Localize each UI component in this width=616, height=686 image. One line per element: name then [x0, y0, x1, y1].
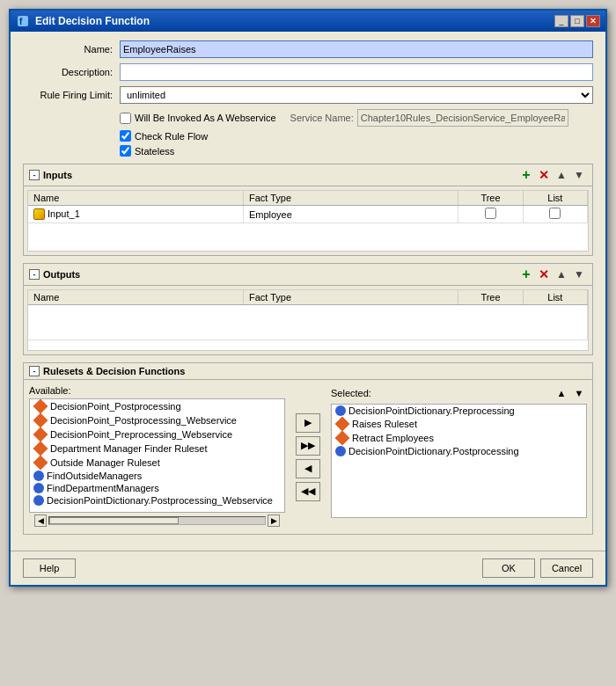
- selected-icon-0: [335, 405, 346, 416]
- selected-icon-1: [335, 417, 350, 432]
- selected-icon-2: [335, 431, 350, 446]
- rulesets-expand-button[interactable]: -: [29, 366, 40, 376]
- inputs-up-button[interactable]: ▲: [554, 167, 569, 183]
- footer-right: OK Cancel: [482, 558, 593, 578]
- outputs-up-button[interactable]: ▲: [554, 266, 569, 282]
- transfer-buttons: ▶ ▶▶ ◀ ◀◀: [292, 385, 324, 529]
- list-item-1[interactable]: DecisionPoint_Postprocessing_Webservice: [30, 413, 284, 427]
- help-button[interactable]: Help: [23, 558, 76, 578]
- description-input[interactable]: [120, 63, 593, 81]
- outputs-col-tree: Tree: [458, 290, 523, 305]
- available-list[interactable]: DecisionPoint_Postprocessing DecisionPoi…: [29, 398, 285, 513]
- stateless-checkbox[interactable]: [120, 145, 131, 157]
- outputs-col-fact-type: Fact Type: [243, 290, 458, 305]
- rulesets-body: Available: DecisionPoint_Postprocessing …: [24, 380, 592, 534]
- outputs-section-header: - Outputs + ✕ ▲ ▼: [24, 264, 592, 286]
- inputs-table: Name Fact Type Tree List Input_1: [28, 191, 588, 223]
- minimize-button[interactable]: _: [554, 15, 568, 27]
- check-rule-flow-label: Check Rule Flow: [135, 131, 208, 142]
- selected-header: Selected: ▲ ▼: [331, 385, 587, 401]
- inputs-title-group: - Inputs: [29, 170, 72, 180]
- inputs-table-container: Name Fact Type Tree List Input_1: [27, 190, 589, 252]
- scroll-right-arrow[interactable]: ▶: [268, 514, 280, 527]
- item-icon-5: [33, 471, 44, 481]
- name-row: Name:: [23, 40, 593, 58]
- stateless-row: Stateless: [120, 145, 593, 157]
- rule-firing-label: Rule Firing Limit:: [23, 90, 120, 100]
- inputs-cell-name: Input_1: [28, 206, 243, 223]
- inputs-section-header: - Inputs + ✕ ▲ ▼: [24, 164, 592, 186]
- list-item-0[interactable]: DecisionPoint_Postprocessing: [30, 399, 284, 413]
- name-label: Name:: [23, 44, 120, 55]
- cancel-button[interactable]: Cancel: [540, 558, 593, 578]
- list-item-2[interactable]: DecisionPoint_Preprocessing_Webservice: [30, 427, 284, 442]
- inputs-col-name: Name: [28, 191, 243, 206]
- move-left-button[interactable]: ◀: [296, 459, 320, 478]
- title-bar: f Edit Decision Function _ □ ✕: [11, 11, 605, 32]
- item-icon-7: [33, 495, 44, 506]
- selected-list[interactable]: DecisionPointDictionary.Preprocessing Ra…: [331, 404, 587, 518]
- item-icon-6: [33, 483, 44, 493]
- outputs-title-group: - Outputs: [29, 269, 80, 280]
- list-item-5[interactable]: FindOutsideManagers: [30, 470, 284, 482]
- close-button[interactable]: ✕: [586, 15, 600, 27]
- service-name-group: Service Name:: [290, 109, 568, 127]
- inputs-list-checkbox[interactable]: [549, 208, 561, 219]
- inputs-row[interactable]: Input_1 Employee: [28, 206, 588, 223]
- inputs-cell-list[interactable]: [523, 206, 587, 223]
- rulesets-section: - Rulesets & Decision Functions Availabl…: [23, 362, 593, 535]
- outputs-remove-button[interactable]: ✕: [536, 266, 552, 282]
- rule-firing-select[interactable]: unlimited 1 10 100: [120, 86, 593, 104]
- selected-down-button[interactable]: ▼: [571, 385, 587, 401]
- description-label: Description:: [23, 67, 120, 77]
- selected-item-0[interactable]: DecisionPointDictionary.Preprocessing: [332, 405, 586, 417]
- move-all-right-button[interactable]: ▶▶: [296, 436, 320, 456]
- service-name-input[interactable]: [357, 109, 568, 127]
- window-title: Edit Decision Function: [35, 15, 150, 27]
- dialog-content: Name: Description: Rule Firing Limit: un…: [11, 32, 605, 551]
- list-item-6[interactable]: FindDepartmentManagers: [30, 482, 284, 494]
- inputs-title: Inputs: [43, 170, 72, 180]
- item-icon-3: [33, 442, 48, 456]
- rulesets-header: - Rulesets & Decision Functions: [24, 363, 592, 380]
- rule-firing-row: Rule Firing Limit: unlimited 1 10 100: [23, 86, 593, 104]
- available-panel: Available: DecisionPoint_Postprocessing …: [29, 385, 285, 529]
- move-all-left-button[interactable]: ◀◀: [296, 482, 320, 501]
- name-input[interactable]: [120, 40, 593, 58]
- window-icon: f: [16, 14, 30, 28]
- scroll-left-arrow[interactable]: ◀: [34, 514, 47, 527]
- outputs-empty-row: [28, 305, 588, 340]
- outputs-down-button[interactable]: ▼: [571, 266, 587, 282]
- description-row: Description:: [23, 63, 593, 81]
- inputs-expand-button[interactable]: -: [29, 170, 40, 180]
- list-item-7[interactable]: DecisionPointDictionary.Postprocessing_W…: [30, 494, 284, 507]
- inputs-remove-button[interactable]: ✕: [536, 167, 552, 183]
- inputs-tree-checkbox[interactable]: [485, 208, 496, 219]
- item-icon-1: [33, 413, 48, 428]
- scroll-thumb: [49, 517, 179, 524]
- webservice-checkbox[interactable]: [120, 113, 131, 124]
- move-right-button[interactable]: ▶: [296, 413, 320, 433]
- outputs-add-button[interactable]: +: [518, 266, 534, 282]
- selected-item-1[interactable]: Raises Ruleset: [332, 417, 586, 431]
- outputs-expand-button[interactable]: -: [29, 269, 40, 280]
- item-icon-2: [33, 427, 48, 442]
- selected-label: Selected:: [331, 388, 371, 398]
- webservice-label: Will Be Invoked As A Webservice: [135, 113, 276, 123]
- maximize-button[interactable]: □: [570, 15, 584, 27]
- check-rule-flow-checkbox[interactable]: [120, 130, 131, 142]
- input-row-icon: [33, 208, 45, 220]
- inputs-down-button[interactable]: ▼: [571, 167, 587, 183]
- selected-item-3[interactable]: DecisionPointDictionary.Postprocessing: [332, 445, 586, 457]
- selected-up-button[interactable]: ▲: [554, 385, 569, 401]
- selected-item-2[interactable]: Retract Employees: [332, 431, 586, 445]
- inputs-col-list: List: [523, 191, 587, 206]
- available-label: Available:: [29, 385, 285, 396]
- inputs-add-button[interactable]: +: [518, 167, 534, 183]
- scroll-track[interactable]: [48, 516, 266, 525]
- ok-button[interactable]: OK: [482, 558, 535, 578]
- inputs-cell-tree[interactable]: [458, 206, 523, 223]
- list-item-4[interactable]: Outside Manager Ruleset: [30, 456, 284, 470]
- list-item-3[interactable]: Department Manager Finder Ruleset: [30, 442, 284, 456]
- outputs-toolbar: + ✕ ▲ ▼: [518, 266, 587, 282]
